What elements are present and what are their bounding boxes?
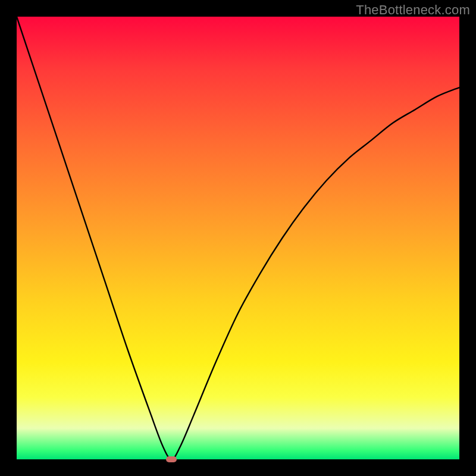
curve-layer [17, 17, 459, 459]
bottleneck-curve [17, 17, 459, 459]
watermark-text: TheBottleneck.com [356, 2, 470, 18]
chart-frame: TheBottleneck.com [0, 0, 476, 476]
vertex-marker [166, 456, 177, 462]
plot-area [17, 17, 459, 459]
